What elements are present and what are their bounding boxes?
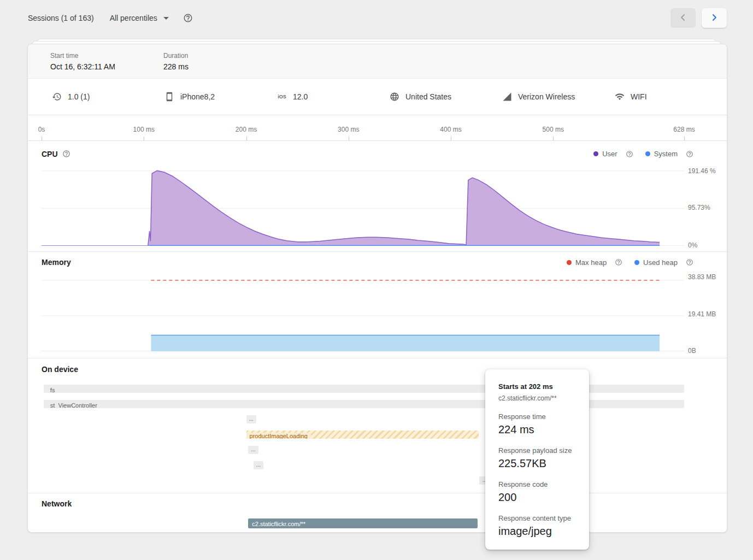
help-icon[interactable] bbox=[626, 150, 633, 158]
wifi-icon bbox=[614, 92, 625, 102]
response-code-value: 200 bbox=[498, 491, 576, 504]
trace-label: _fs bbox=[44, 387, 58, 393]
ruler-tick-mark bbox=[42, 137, 42, 140]
session-card: Start time Oct 16, 6:32:11 AM Duration 2… bbox=[27, 44, 727, 533]
memory-y-tick: 19.41 MB bbox=[688, 310, 719, 319]
percentiles-dropdown[interactable]: All percentiles bbox=[109, 10, 170, 26]
cpu-y-tick: 95.73% bbox=[688, 204, 719, 212]
device-country: United States bbox=[389, 92, 502, 102]
memory-y-tick: 38.83 MB bbox=[688, 273, 719, 281]
device-app-version: 1.0 (1) bbox=[51, 92, 164, 102]
start-time-label: Start time bbox=[50, 52, 163, 60]
response-content-type-label: Response content type bbox=[498, 514, 576, 522]
trace-bar-productimageloading[interactable]: productImageLoading bbox=[246, 431, 479, 439]
ruler-tick-mark bbox=[349, 137, 349, 140]
help-icon[interactable] bbox=[686, 258, 693, 266]
max-heap-color-dot bbox=[567, 260, 572, 265]
help-icon[interactable] bbox=[62, 150, 70, 158]
device-radio: WIFI bbox=[614, 92, 727, 102]
trace-label: ... bbox=[249, 416, 254, 422]
collapsed-trace-chip[interactable]: ... bbox=[254, 461, 263, 469]
memory-chart[interactable] bbox=[42, 273, 684, 351]
network-request-bar[interactable]: c2.staticflickr.com/** bbox=[248, 518, 477, 528]
ruler-tick-mark bbox=[451, 137, 451, 140]
ruler-tick-label: 100 ms bbox=[133, 126, 155, 133]
percentiles-dropdown-label: All percentiles bbox=[110, 14, 157, 22]
memory-y-tick: 0B bbox=[688, 347, 719, 355]
response-content-type-value: image/jpeg bbox=[498, 525, 576, 538]
collapsed-trace-chip[interactable]: ... bbox=[248, 446, 258, 454]
on-device-section-title: On device bbox=[42, 365, 78, 374]
duration-field: Duration 228 ms bbox=[163, 52, 277, 78]
network-request-label: c2.staticflickr.com/** bbox=[248, 521, 309, 527]
cpu-section: CPU User System bbox=[28, 141, 727, 252]
app-version-history-icon bbox=[51, 92, 62, 102]
legend-cpu-system[interactable]: System bbox=[645, 150, 693, 158]
legend-cpu-user[interactable]: User bbox=[593, 150, 633, 158]
cpu-section-title: CPU bbox=[42, 150, 58, 158]
cpu-y-tick: 191.46 % bbox=[688, 167, 719, 175]
ruler-tick-mark bbox=[684, 137, 685, 140]
response-payload-size-label: Response payload size bbox=[498, 446, 576, 455]
legend-used-heap[interactable]: Used heap bbox=[634, 258, 693, 267]
cpu-title-row: CPU User System bbox=[28, 141, 727, 167]
network-section: Network c2.staticflickr.com/** bbox=[28, 493, 727, 532]
cpu-chart[interactable] bbox=[42, 167, 684, 246]
trace-label: ... bbox=[256, 462, 261, 468]
user-color-dot bbox=[593, 151, 598, 156]
memory-legend: Max heap Used heap bbox=[567, 258, 693, 267]
chevron-down-icon bbox=[163, 17, 169, 20]
help-icon[interactable] bbox=[183, 13, 193, 23]
tooltip-title: Starts at 202 ms bbox=[498, 382, 576, 391]
ruler-tick-label: 200 ms bbox=[236, 126, 257, 133]
response-payload-size-value: 225.57KB bbox=[498, 457, 576, 470]
device-model: iPhone8,2 bbox=[164, 92, 277, 102]
trace-label: productImageLoading bbox=[246, 433, 311, 439]
duration-value: 228 ms bbox=[163, 62, 277, 71]
device-os-version: iOS 12.0 bbox=[277, 92, 389, 101]
ruler-tick-mark bbox=[144, 137, 144, 140]
response-time-value: 224 ms bbox=[498, 423, 576, 436]
cpu-chart-plot bbox=[42, 167, 684, 246]
globe-icon bbox=[389, 92, 400, 102]
ruler-tick-label: 0s bbox=[38, 126, 45, 133]
ruler-tick-label: 300 ms bbox=[338, 126, 359, 133]
trace-label: ... bbox=[251, 446, 255, 452]
start-time-value: Oct 16, 6:32:11 AM bbox=[50, 62, 163, 71]
session-summary-header: Start time Oct 16, 6:32:11 AM Duration 2… bbox=[28, 44, 727, 79]
timeline-ruler: 0s100 ms200 ms300 ms400 ms500 ms628 ms bbox=[28, 115, 727, 141]
chevron-right-icon bbox=[709, 12, 720, 25]
ruler-tick-mark bbox=[553, 137, 554, 140]
help-icon[interactable] bbox=[615, 258, 622, 266]
on-device-section: On device _fs_st_ViewController...produc… bbox=[28, 358, 727, 493]
system-color-dot bbox=[645, 151, 650, 156]
trace-label: _st_ViewController bbox=[44, 402, 101, 408]
sessions-count-label: Sessions (1 of 163) bbox=[28, 14, 94, 22]
smartphone-icon bbox=[164, 92, 175, 102]
response-code-label: Response code bbox=[498, 480, 576, 488]
topbar: Sessions (1 of 163) All percentiles bbox=[0, 0, 753, 36]
device-attributes-row: 1.0 (1) iPhone8,2 iOS 12.0 United States… bbox=[28, 79, 727, 115]
network-title-row: Network bbox=[28, 493, 727, 514]
ruler-tick-mark bbox=[246, 137, 247, 140]
request-details-tooltip: Starts at 202 ms c2.staticflickr.com/** … bbox=[485, 369, 589, 550]
ruler-tick-label: 628 ms bbox=[673, 126, 695, 133]
next-session-button[interactable] bbox=[702, 8, 727, 28]
ruler-tick-label: 500 ms bbox=[543, 126, 564, 133]
legend-max-heap[interactable]: Max heap bbox=[567, 258, 622, 267]
chevron-left-icon bbox=[678, 12, 689, 25]
timeline-ruler-ticks: 0s100 ms200 ms300 ms400 ms500 ms628 ms bbox=[42, 115, 684, 140]
cpu-y-tick: 0% bbox=[688, 241, 719, 250]
cpu-legend: User System bbox=[593, 150, 693, 158]
help-icon[interactable] bbox=[686, 150, 693, 158]
used-heap-color-dot bbox=[634, 260, 639, 265]
memory-section-title: Memory bbox=[42, 258, 71, 267]
ios-icon: iOS bbox=[277, 94, 287, 99]
collapsed-trace-chip[interactable]: ... bbox=[246, 415, 256, 423]
memory-title-row: Memory Max heap Used heap bbox=[28, 252, 727, 273]
ruler-tick-label: 400 ms bbox=[440, 126, 461, 133]
memory-section: Memory Max heap Used heap bbox=[28, 252, 727, 358]
cellular-signal-icon bbox=[502, 92, 513, 102]
device-carrier: Verizon Wireless bbox=[502, 92, 614, 102]
duration-label: Duration bbox=[163, 52, 277, 60]
